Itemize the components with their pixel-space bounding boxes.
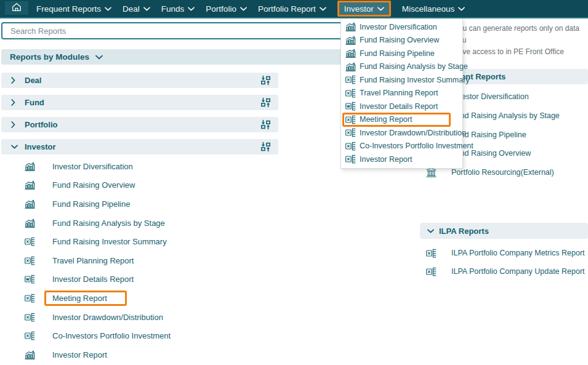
menu-item-fund-raising-investor-summary[interactable]: Fund Raising Investor Summary [341,73,462,87]
nav-item-investor[interactable]: Investor [337,1,391,17]
investor-dropdown-menu: Investor Diversification Fund Raising Ov… [340,18,463,169]
menu-item-meeting-report[interactable]: Meeting Report [341,113,462,127]
excel-icon [345,75,356,84]
ilpa-reports-header-label: ILPA Reports [439,227,489,236]
nav-item-funds[interactable]: Funds [161,0,195,17]
report-item-fund-raising-investor-summary[interactable]: Fund Raising Investor Summary [0,232,283,251]
nav-item-deal[interactable]: Deal [123,0,150,17]
access-note-line2: have access to in PE Front Office [454,46,588,58]
investor-reports-list: Investor Diversification Fund Raising Ov… [0,157,283,364]
reports-by-modules-label: Reports by Modules [10,52,89,62]
chevron-down-icon [427,229,434,233]
home-button[interactable] [5,1,28,15]
menu-item-investor-report[interactable]: Investor Report [341,153,462,166]
nav-menu: Frequent Reports Deal Funds Portfolio Po… [36,0,465,17]
ilpa-reports-header[interactable]: ILPA Reports [420,223,588,239]
section-deal[interactable]: Deal [1,73,278,88]
chevron-down-icon [95,55,103,60]
navbar-accent-line [0,17,588,18]
reorder-reports-icon[interactable] [260,142,271,152]
nav-item-portfolio-report[interactable]: Portfolio Report [258,0,326,17]
section-investor[interactable]: Investor [1,139,278,154]
menu-item-travel-planning-report[interactable]: Travel Planning Report [341,87,462,100]
pe-front-office-reports-page: Frequent Reports Deal Funds Portfolio Po… [0,0,588,365]
top-navbar: Frequent Reports Deal Funds Portfolio Po… [0,0,588,17]
report-item-investor-report[interactable]: Investor Report [0,345,283,364]
report-item-co-investors-portfolio-investment[interactable]: Co-Investors Portfolio Investment [0,326,283,345]
chart-icon [345,49,356,58]
reorder-reports-icon[interactable] [260,119,271,130]
access-note-line1: You can generate reports only on data yo… [454,23,588,46]
excel-icon [25,256,38,265]
section-portfolio[interactable]: Portfolio [1,117,278,132]
chart-icon [25,350,38,359]
ilpa-report-ilpa-portfolio-company-metrics-report[interactable]: ILPA Portfolio Company Metrics Report [420,244,588,262]
chevron-down-icon [105,7,111,11]
excel-icon [345,115,356,124]
excel-icon [25,313,38,322]
ilpa-report-ilpa-portfolio-company-update-report[interactable]: ILPA Portfolio Company Update Report [420,262,588,281]
chart-icon [25,162,38,171]
report-item-fund-raising-analysis-by-stage[interactable]: Fund Raising Analysis by Stage [0,214,283,233]
chevron-down-icon [143,7,150,11]
bank-icon [426,168,438,177]
home-icon [11,2,22,15]
menu-item-fund-raising-overview[interactable]: Fund Raising Overview [341,34,462,47]
excel-icon [426,267,438,276]
chart-icon [25,180,38,190]
word-icon [345,102,356,111]
ilpa-reports-list: ILPA Portfolio Company Metrics Report IL… [420,244,588,281]
report-item-travel-planning-report[interactable]: Travel Planning Report [0,251,283,270]
report-item-investor-details-report[interactable]: Investor Details Report [0,270,283,289]
report-item-investor-drawdown-distribution[interactable]: Investor Drawdown/Distribution [0,308,283,327]
reorder-reports-icon[interactable] [260,75,271,86]
chart-icon [345,36,356,45]
excel-icon [25,294,38,303]
excel-icon [25,331,38,340]
excel-icon [345,154,356,164]
report-item-investor-diversification[interactable]: Investor Diversification [0,157,283,176]
nav-item-miscellaneous[interactable]: Miscellaneous [402,0,465,17]
excel-icon [345,128,356,137]
excel-icon [345,89,356,98]
chevron-down-icon [458,7,465,11]
chevron-down-icon [188,7,195,11]
nav-item-portfolio[interactable]: Portfolio [206,0,247,17]
reorder-reports-icon[interactable] [260,97,271,108]
menu-item-investor-drawdown-distribution[interactable]: Investor Drawdown/Distribution [341,126,462,140]
section-fund[interactable]: Fund [1,95,278,110]
chart-icon [345,22,356,31]
excel-icon [345,142,356,151]
chevron-right-icon [11,121,20,128]
chevron-down-icon [240,7,247,11]
module-sections: Deal Fund [1,73,278,161]
chart-icon [25,219,38,228]
excel-icon [426,249,438,258]
access-note: You can generate reports only on data yo… [454,23,588,58]
report-item-fund-raising-pipeline[interactable]: Fund Raising Pipeline [0,195,283,214]
chevron-down-icon [320,7,326,11]
chevron-right-icon [11,77,20,84]
chevron-right-icon [11,99,20,106]
menu-item-fund-raising-pipeline[interactable]: Fund Raising Pipeline [341,47,462,60]
chevron-down-icon [377,7,384,11]
nav-item-frequent-reports[interactable]: Frequent Reports [36,0,111,17]
report-item-fund-raising-overview[interactable]: Fund Raising Overview [0,176,283,195]
menu-item-fund-raising-analysis-by-stage[interactable]: Fund Raising Analysis by Stage [341,60,462,74]
excel-icon [25,237,38,246]
menu-item-investor-details-report[interactable]: Investor Details Report [341,100,462,113]
chart-icon [25,199,38,209]
word-icon [25,275,38,284]
menu-item-co-investors-portfolio-investment[interactable]: Co-Investors Portfolio Investment [341,140,462,153]
chart-icon [345,62,356,71]
menu-item-investor-diversification[interactable]: Investor Diversification [341,20,462,34]
chevron-down-icon [11,145,20,149]
report-item-meeting-report[interactable]: Meeting Report [0,289,283,308]
